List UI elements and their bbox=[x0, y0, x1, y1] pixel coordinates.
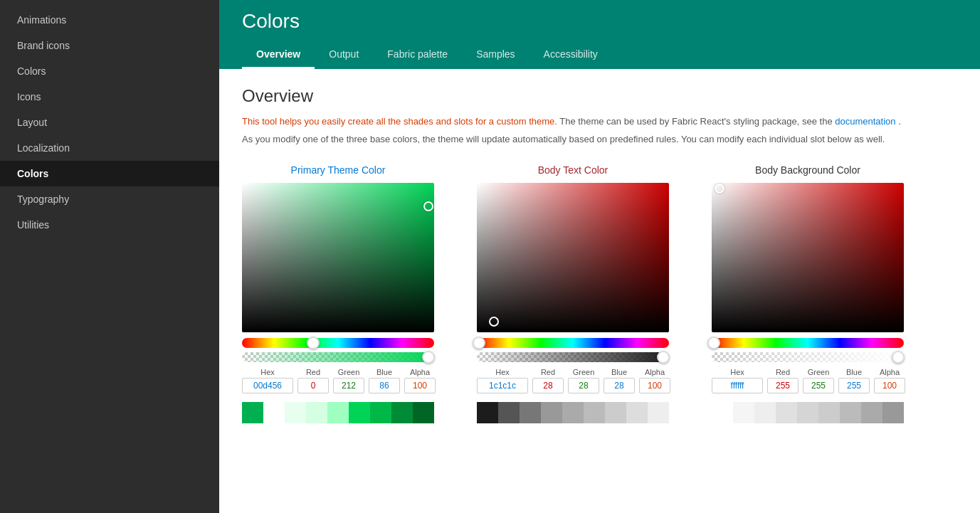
swatch-2-7[interactable] bbox=[861, 402, 882, 423]
swatch-2-0[interactable] bbox=[712, 402, 733, 423]
tab-fabric-palette[interactable]: Fabric palette bbox=[373, 41, 462, 69]
input-blue-1[interactable] bbox=[604, 378, 635, 393]
sidebar-item-icons[interactable]: Icons bbox=[0, 84, 219, 110]
tab-accessibility[interactable]: Accessibility bbox=[529, 41, 612, 69]
desc-end: . bbox=[898, 116, 901, 127]
swatch-0-8[interactable] bbox=[413, 402, 434, 423]
alpha-slider-0[interactable] bbox=[242, 352, 434, 362]
swatch-2-3[interactable] bbox=[776, 402, 797, 423]
input-label-red-0: Red bbox=[306, 368, 320, 376]
input-label-hex-2: Hex bbox=[730, 368, 744, 376]
hue-slider-wrap-1[interactable] bbox=[477, 338, 669, 348]
input-label-blue-1: Blue bbox=[611, 368, 627, 376]
color-dot-0[interactable] bbox=[423, 201, 433, 211]
swatch-0-7[interactable] bbox=[391, 402, 413, 423]
sidebar-item-colors-active[interactable]: Colors bbox=[0, 161, 219, 186]
sidebar-item-layout[interactable]: Layout bbox=[0, 110, 219, 135]
color-pickers-row: Primary Theme ColorHexRedGreenBlueAlphaB… bbox=[242, 164, 957, 423]
input-blue-0[interactable] bbox=[369, 378, 400, 393]
sidebar-item-utilities[interactable]: Utilities bbox=[0, 212, 219, 238]
gradient-box-1[interactable] bbox=[477, 183, 669, 332]
alpha-slider-wrap-2[interactable] bbox=[712, 352, 904, 362]
swatch-2-8[interactable] bbox=[882, 402, 904, 423]
swatch-2-2[interactable] bbox=[754, 402, 776, 423]
hue-slider-wrap-2[interactable] bbox=[712, 338, 904, 348]
swatch-1-1[interactable] bbox=[498, 402, 520, 423]
hue-thumb-2[interactable] bbox=[707, 337, 720, 349]
sidebar-item-brand-icons[interactable]: Brand icons bbox=[0, 33, 219, 58]
input-label-alpha-0: Alpha bbox=[410, 368, 430, 376]
sidebar-item-animations[interactable]: Animations bbox=[0, 7, 219, 33]
color-picker-label-2: Body Background Color bbox=[755, 164, 860, 176]
color-picker-0: Primary Theme ColorHexRedGreenBlueAlpha bbox=[242, 164, 434, 423]
hue-slider-wrap-0[interactable] bbox=[242, 338, 434, 348]
swatch-0-4[interactable] bbox=[327, 402, 349, 423]
input-hex-2[interactable] bbox=[712, 378, 763, 393]
swatch-0-2[interactable] bbox=[285, 402, 306, 423]
alpha-thumb-0[interactable] bbox=[422, 351, 435, 364]
swatch-1-0[interactable] bbox=[477, 402, 498, 423]
tab-output[interactable]: Output bbox=[315, 41, 373, 69]
gradient-box-2[interactable] bbox=[712, 183, 904, 332]
input-label-green-2: Green bbox=[808, 368, 830, 376]
swatch-1-6[interactable] bbox=[605, 402, 626, 423]
swatch-1-4[interactable] bbox=[562, 402, 584, 423]
color-inputs-2: HexRedGreenBlueAlpha bbox=[712, 368, 904, 393]
input-hex-0[interactable] bbox=[242, 378, 293, 393]
hue-slider-0[interactable] bbox=[242, 338, 434, 348]
input-red-1[interactable] bbox=[532, 378, 564, 393]
alpha-overlay-0 bbox=[242, 352, 434, 362]
swatch-2-5[interactable] bbox=[818, 402, 840, 423]
sidebar-item-localization[interactable]: Localization bbox=[0, 135, 219, 161]
input-blue-2[interactable] bbox=[838, 378, 870, 393]
swatch-0-5[interactable] bbox=[349, 402, 370, 423]
swatch-0-6[interactable] bbox=[370, 402, 391, 423]
sidebar-item-typography[interactable]: Typography bbox=[0, 186, 219, 212]
gradient-box-0[interactable] bbox=[242, 183, 434, 332]
alpha-overlay-1 bbox=[477, 352, 669, 362]
hue-slider-1[interactable] bbox=[477, 338, 669, 348]
input-label-alpha-1: Alpha bbox=[645, 368, 665, 376]
alpha-slider-wrap-0[interactable] bbox=[242, 352, 434, 362]
input-group-blue-0: Blue bbox=[369, 368, 400, 393]
sidebar-item-colors-top[interactable]: Colors bbox=[0, 58, 219, 84]
gradient-inner-1 bbox=[477, 183, 669, 332]
swatch-0-0[interactable] bbox=[242, 402, 263, 423]
swatch-1-5[interactable] bbox=[584, 402, 605, 423]
swatch-1-3[interactable] bbox=[541, 402, 562, 423]
hue-thumb-1[interactable] bbox=[473, 337, 485, 349]
input-hex-1[interactable] bbox=[477, 378, 528, 393]
input-red-0[interactable] bbox=[297, 378, 329, 393]
documentation-link[interactable]: documentation bbox=[835, 116, 895, 127]
input-red-2[interactable] bbox=[767, 378, 799, 393]
input-alpha-1[interactable] bbox=[639, 378, 670, 393]
hue-slider-2[interactable] bbox=[712, 338, 904, 348]
alpha-slider-wrap-1[interactable] bbox=[477, 352, 669, 362]
input-label-hex-1: Hex bbox=[495, 368, 510, 376]
swatch-2-1[interactable] bbox=[733, 402, 754, 423]
swatch-2-4[interactable] bbox=[797, 402, 818, 423]
input-alpha-0[interactable] bbox=[404, 378, 436, 393]
alpha-slider-1[interactable] bbox=[477, 352, 669, 362]
hue-thumb-0[interactable] bbox=[307, 337, 320, 349]
swatch-2-6[interactable] bbox=[840, 402, 861, 423]
tab-overview[interactable]: Overview bbox=[242, 41, 315, 69]
swatch-1-2[interactable] bbox=[520, 402, 541, 423]
swatch-0-1[interactable] bbox=[263, 402, 285, 423]
color-dot-2[interactable] bbox=[715, 184, 725, 194]
tab-samples[interactable]: Samples bbox=[462, 41, 529, 69]
alpha-slider-2[interactable] bbox=[712, 352, 904, 362]
input-alpha-2[interactable] bbox=[874, 378, 905, 393]
input-group-hex-1: Hex bbox=[477, 368, 528, 393]
swatch-1-8[interactable] bbox=[648, 402, 669, 423]
alpha-thumb-1[interactable] bbox=[657, 351, 670, 364]
swatch-0-3[interactable] bbox=[306, 402, 327, 423]
input-green-1[interactable] bbox=[568, 378, 599, 393]
input-green-2[interactable] bbox=[803, 378, 834, 393]
alpha-thumb-2[interactable] bbox=[892, 351, 905, 364]
overview-desc-1: This tool helps you easily create all th… bbox=[242, 115, 957, 129]
color-dot-1[interactable] bbox=[489, 317, 499, 327]
input-group-red-1: Red bbox=[532, 368, 564, 393]
input-green-0[interactable] bbox=[333, 378, 364, 393]
swatch-1-7[interactable] bbox=[626, 402, 648, 423]
